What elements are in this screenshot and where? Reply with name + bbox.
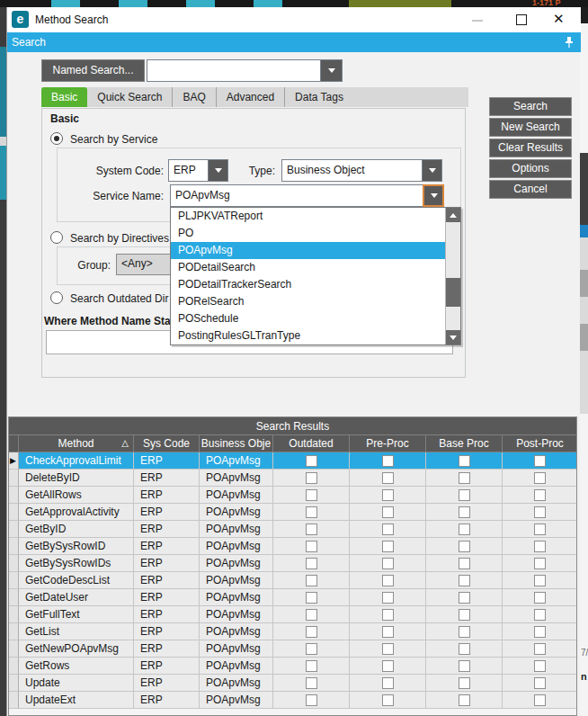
checkbox[interactable] xyxy=(534,489,546,501)
checkbox[interactable] xyxy=(534,660,546,672)
radio-search-by-service[interactable] xyxy=(50,132,63,145)
row-selector-cell[interactable] xyxy=(9,470,19,487)
checkbox[interactable] xyxy=(534,455,546,467)
table-row[interactable]: UpdateERPPOApvMsg xyxy=(9,675,576,692)
checkbox[interactable] xyxy=(306,626,317,638)
row-selector-cell[interactable] xyxy=(9,589,19,606)
named-search-button[interactable]: Named Search... xyxy=(41,59,145,82)
tab-advanced[interactable]: Advanced xyxy=(216,87,284,107)
table-row[interactable]: GetFullTextERPPOApvMsg xyxy=(9,606,576,623)
checkbox[interactable] xyxy=(459,506,470,518)
checkbox[interactable] xyxy=(306,575,317,586)
checkbox[interactable] xyxy=(306,660,317,672)
dropdown-item-postingrulesgltrantype[interactable]: PostingRulesGLTranType xyxy=(171,327,445,345)
dropdown-item-podetailsearch[interactable]: PODetailSearch xyxy=(171,259,445,276)
options-button[interactable]: Options xyxy=(489,159,572,178)
tab-baq[interactable]: BAQ xyxy=(172,87,215,107)
row-selector-cell[interactable] xyxy=(9,658,19,675)
minimize-button[interactable] xyxy=(472,20,483,22)
checkbox[interactable] xyxy=(534,626,546,638)
checkbox[interactable] xyxy=(306,609,317,621)
checkbox[interactable] xyxy=(306,592,317,604)
checkbox[interactable] xyxy=(382,677,394,689)
table-row[interactable]: GetAllRowsERPPOApvMsg xyxy=(9,487,576,504)
radio-search-outdated[interactable] xyxy=(50,291,63,304)
checkbox[interactable] xyxy=(459,489,470,501)
checkbox[interactable] xyxy=(382,660,394,672)
service-name-combo[interactable]: POApvMsg xyxy=(170,184,444,207)
checkbox[interactable] xyxy=(534,524,546,535)
checkbox[interactable] xyxy=(534,558,546,569)
tab-basic[interactable]: Basic xyxy=(41,87,87,107)
row-selector-cell[interactable] xyxy=(9,487,19,504)
named-search-combo-dropdown-button[interactable] xyxy=(320,60,342,81)
checkbox[interactable] xyxy=(382,558,394,569)
row-selector-cell[interactable] xyxy=(9,692,19,709)
row-selector-cell[interactable] xyxy=(9,504,19,521)
checkbox[interactable] xyxy=(306,489,317,501)
checkbox[interactable] xyxy=(306,524,317,535)
radio-search-by-directives[interactable] xyxy=(50,231,63,244)
table-row[interactable]: GetListERPPOApvMsg xyxy=(9,623,576,640)
checkbox[interactable] xyxy=(306,541,317,552)
pin-icon[interactable] xyxy=(564,36,575,51)
table-row[interactable]: GetApprovalActivityERPPOApvMsg xyxy=(9,504,576,521)
type-dropdown-button[interactable] xyxy=(422,160,441,181)
table-row[interactable]: UpdateExtERPPOApvMsg xyxy=(9,692,576,709)
checkbox[interactable] xyxy=(459,541,470,552)
table-row[interactable]: GetBySysRowIDsERPPOApvMsg xyxy=(9,555,576,572)
column-header-post-proc[interactable]: Post-Proc xyxy=(503,435,577,452)
row-selector-cell[interactable] xyxy=(9,521,19,538)
row-selector-cell[interactable] xyxy=(9,675,19,692)
checkbox[interactable] xyxy=(534,506,546,518)
table-row[interactable]: GetNewPOApvMsgERPPOApvMsg xyxy=(9,640,576,658)
checkbox[interactable] xyxy=(459,558,470,569)
service-name-dropdown-button[interactable] xyxy=(423,185,443,206)
checkbox[interactable] xyxy=(534,472,546,484)
checkbox[interactable] xyxy=(382,575,394,586)
dropdown-item-po[interactable]: PO xyxy=(171,225,445,242)
search-button[interactable]: Search xyxy=(489,97,572,116)
checkbox[interactable] xyxy=(534,643,546,655)
checkbox[interactable] xyxy=(382,626,394,638)
checkbox[interactable] xyxy=(382,541,394,552)
dropdown-item-podetailtrackersearch[interactable]: PODetailTrackerSearch xyxy=(171,276,445,293)
checkbox[interactable] xyxy=(306,694,317,706)
checkbox[interactable] xyxy=(459,694,470,706)
clear-results-button[interactable]: Clear Results xyxy=(489,139,572,157)
column-header-method[interactable]: Method△ xyxy=(19,435,134,452)
dropdown-item-pljpkvatreport[interactable]: PLJPKVATReport xyxy=(171,208,445,225)
checkbox[interactable] xyxy=(382,455,394,467)
checkbox[interactable] xyxy=(534,694,546,706)
checkbox[interactable] xyxy=(459,643,470,655)
checkbox[interactable] xyxy=(459,524,470,535)
table-row[interactable]: GetBySysRowIDERPPOApvMsg xyxy=(9,538,576,555)
checkbox[interactable] xyxy=(459,626,470,638)
table-row[interactable]: ▶CheckApprovalLimitERPPOApvMsg xyxy=(9,452,576,470)
checkbox[interactable] xyxy=(382,643,394,655)
checkbox[interactable] xyxy=(306,643,317,655)
table-row[interactable]: GetCodeDescListERPPOApvMsg xyxy=(9,572,576,589)
table-row[interactable]: GetDateUserERPPOApvMsg xyxy=(9,589,576,606)
scrollbar-thumb[interactable] xyxy=(446,278,460,307)
tab-quick-search[interactable]: Quick Search xyxy=(87,87,172,107)
dropdown-item-porelsearch[interactable]: PORelSearch xyxy=(171,293,445,310)
checkbox[interactable] xyxy=(459,575,470,586)
checkbox[interactable] xyxy=(459,472,470,484)
tab-data-tags[interactable]: Data Tags xyxy=(284,87,353,107)
checkbox[interactable] xyxy=(306,677,317,689)
checkbox[interactable] xyxy=(306,506,317,518)
table-row[interactable]: GetRowsERPPOApvMsg xyxy=(9,658,576,675)
cancel-button[interactable]: Cancel xyxy=(489,180,572,199)
dropdown-item-poapvmsg[interactable]: POApvMsg xyxy=(171,242,445,259)
row-selector-cell[interactable] xyxy=(9,572,19,589)
row-selector-cell[interactable]: ▶ xyxy=(9,452,19,470)
checkbox[interactable] xyxy=(459,609,470,621)
table-row[interactable]: GetByIDERPPOApvMsg xyxy=(9,521,576,538)
close-button[interactable]: ✕ xyxy=(553,11,565,27)
checkbox[interactable] xyxy=(382,694,394,706)
column-header-base-proc[interactable]: Base Proc xyxy=(426,435,503,452)
system-code-combo[interactable]: ERP xyxy=(168,159,228,182)
checkbox[interactable] xyxy=(382,524,394,535)
row-selector-cell[interactable] xyxy=(9,640,19,658)
